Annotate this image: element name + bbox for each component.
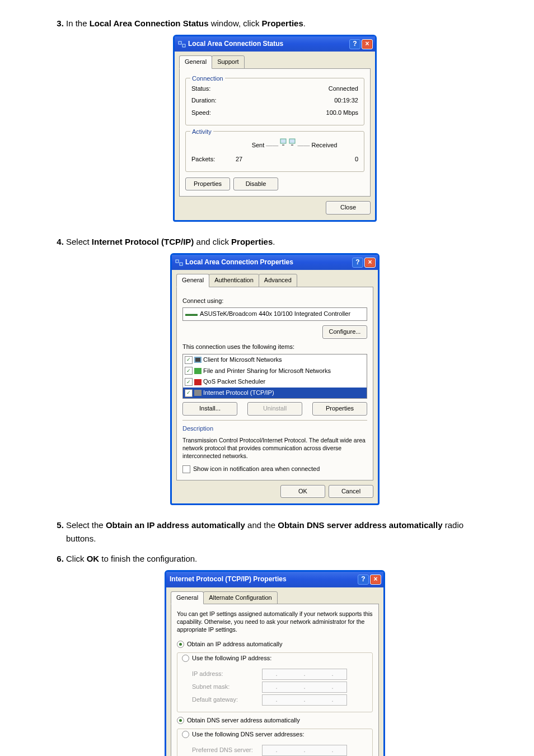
- tab-authentication[interactable]: Authentication: [209, 274, 259, 287]
- uninstall-button[interactable]: Uninstall: [247, 402, 302, 416]
- tab-general[interactable]: General: [171, 591, 204, 605]
- titlebar: Local Area Connection Status ? ×: [175, 36, 375, 52]
- disable-button[interactable]: Disable: [233, 178, 278, 191]
- titlebar: Local Area Connection Properties ? ×: [172, 255, 378, 270]
- list-item[interactable]: ✓File and Printer Sharing for Microsoft …: [183, 366, 367, 377]
- radio-manual-dns-label: Use the following DNS server addresses:: [192, 730, 305, 740]
- dialog-title: Internet Protocol (TCP/IP) Properties: [170, 574, 358, 585]
- checkbox-icon[interactable]: ✓: [185, 367, 193, 375]
- help-button[interactable]: ?: [349, 39, 360, 49]
- ip-field: ...: [262, 669, 347, 680]
- description-text: Transmission Control Protocol/Internet P…: [182, 436, 367, 460]
- sharing-icon: [194, 368, 202, 374]
- gateway-field: ...: [262, 694, 347, 706]
- duration-label: Duration:: [191, 96, 217, 106]
- speed-value: 100.0 Mbps: [326, 108, 358, 118]
- checkbox-icon[interactable]: ✓: [185, 378, 193, 386]
- properties-button[interactable]: Properties: [185, 178, 230, 191]
- install-button[interactable]: Install...: [182, 402, 237, 416]
- radio-auto-ip[interactable]: [177, 641, 184, 648]
- configure-button[interactable]: Configure...: [322, 325, 367, 339]
- svg-rect-2: [280, 139, 286, 143]
- protocol-icon: [194, 390, 202, 396]
- network-icon: [178, 41, 186, 48]
- description-heading: Description: [182, 420, 367, 434]
- svg-rect-6: [176, 260, 179, 263]
- show-icon-label: Show icon in notification area when conn…: [193, 464, 320, 474]
- radio-manual-dns[interactable]: [182, 731, 189, 738]
- step-6: Click OK to finish the configuration. In…: [66, 552, 484, 756]
- help-button[interactable]: ?: [352, 258, 363, 268]
- group-activity: Activity: [190, 127, 213, 137]
- radio-manual-ip[interactable]: [182, 655, 189, 662]
- speed-label: Speed:: [191, 108, 211, 118]
- packets-received: 0: [355, 155, 358, 165]
- dialog-title: Local Area Connection Properties: [185, 257, 352, 268]
- tab-support[interactable]: Support: [212, 55, 245, 69]
- status-value: Connected: [329, 84, 358, 94]
- radio-manual-ip-label: Use the following IP address:: [192, 654, 271, 664]
- svg-rect-0: [179, 41, 181, 44]
- pref-dns-field: ...: [262, 745, 347, 756]
- close-dialog-button[interactable]: Close: [326, 201, 371, 214]
- svg-rect-1: [182, 44, 185, 47]
- adapter-field: ▬▬ASUSTeK/Broadcom 440x 10/100 Integrate…: [182, 307, 367, 321]
- step-4: Select Internet Protocol (TCP/IP) and cl…: [66, 235, 484, 505]
- close-button[interactable]: ×: [364, 258, 376, 268]
- dialog-title: Local Area Connection Status: [188, 39, 349, 49]
- radio-auto-dns[interactable]: [177, 717, 184, 724]
- cancel-button[interactable]: Cancel: [329, 485, 373, 498]
- status-label: Status:: [191, 84, 210, 94]
- svg-rect-7: [180, 263, 182, 265]
- packets-label: Packets:: [191, 155, 215, 165]
- qos-icon: [194, 379, 202, 385]
- items-listbox[interactable]: ✓Client for Microsoft Networks ✓File and…: [182, 354, 367, 399]
- tab-general[interactable]: General: [179, 55, 212, 69]
- help-button[interactable]: ?: [358, 575, 369, 585]
- status-dialog: Local Area Connection Status ? × General…: [173, 35, 377, 222]
- adapter-icon: ▬▬: [185, 309, 198, 319]
- packets-sent: 27: [236, 155, 242, 165]
- connect-using-label: Connect using:: [182, 296, 367, 306]
- titlebar: Internet Protocol (TCP/IP) Properties ? …: [166, 572, 383, 587]
- list-item[interactable]: ✓Client for Microsoft Networks: [183, 354, 367, 366]
- svg-rect-4: [282, 144, 284, 146]
- pref-dns-label: Preferred DNS server:: [192, 745, 262, 755]
- client-icon: [194, 357, 202, 363]
- checkbox-icon[interactable]: ✓: [185, 356, 193, 364]
- step-5: Select the Obtain an IP address automati…: [66, 519, 484, 545]
- svg-rect-5: [291, 144, 293, 146]
- gateway-label: Default gateway:: [192, 695, 262, 705]
- mask-field: ...: [262, 682, 347, 693]
- received-label: Received: [312, 142, 338, 148]
- list-item[interactable]: ✓QoS Packet Scheduler: [183, 376, 367, 388]
- tab-general[interactable]: General: [176, 274, 209, 287]
- tcpip-dialog: Internet Protocol (TCP/IP) Properties ? …: [165, 570, 385, 756]
- sent-label: Sent: [252, 142, 265, 148]
- close-button[interactable]: ×: [362, 39, 373, 49]
- tab-advanced[interactable]: Advanced: [259, 274, 297, 287]
- tab-alternate[interactable]: Alternate Configuration: [203, 591, 278, 605]
- svg-rect-3: [289, 139, 295, 143]
- mask-label: Subnet mask:: [192, 682, 262, 692]
- properties-dialog: Local Area Connection Properties ? × Gen…: [170, 253, 380, 505]
- show-icon-checkbox[interactable]: [182, 465, 190, 473]
- intro-text: You can get IP settings assigned automat…: [177, 610, 373, 634]
- list-item-selected[interactable]: ✓Internet Protocol (TCP/IP): [183, 388, 367, 399]
- checkbox-icon[interactable]: ✓: [185, 389, 193, 397]
- properties-button[interactable]: Properties: [312, 402, 367, 416]
- radio-auto-dns-label: Obtain DNS server address automatically: [187, 716, 300, 726]
- radio-auto-ip-label: Obtain an IP address automatically: [187, 640, 282, 650]
- activity-icon: [280, 137, 296, 151]
- network-icon: [175, 259, 183, 266]
- close-button[interactable]: ×: [370, 575, 381, 585]
- group-connection: Connection: [190, 74, 225, 84]
- step-3: In the Local Area Connection Status wind…: [66, 17, 484, 222]
- uses-label: This connection uses the following items…: [182, 342, 367, 352]
- duration-value: 00:19:32: [334, 96, 358, 106]
- ip-label: IP address:: [192, 669, 262, 679]
- ok-button[interactable]: OK: [280, 485, 325, 498]
